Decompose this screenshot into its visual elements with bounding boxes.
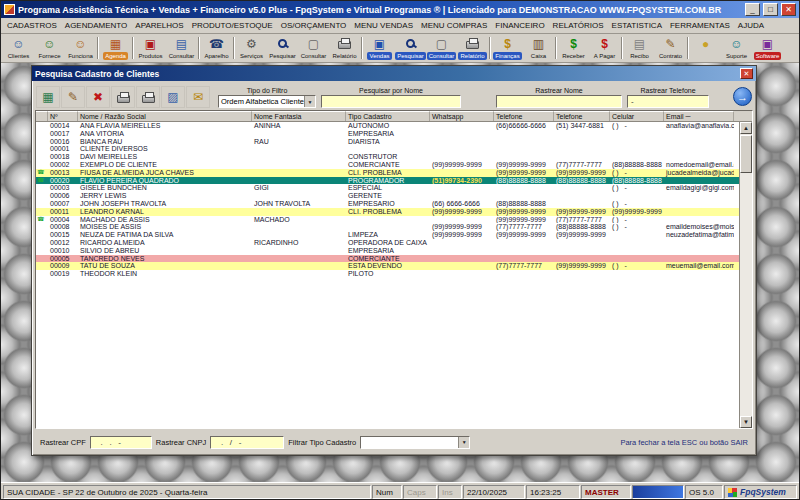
dialog-button-email[interactable]: ✉ bbox=[186, 86, 210, 108]
table-row[interactable]: 00019THEODOR KLEINPILOTO bbox=[36, 270, 739, 278]
cnpj-input[interactable]: . / - bbox=[210, 436, 284, 449]
toolbar-button-funciona[interactable]: ☺Funciona bbox=[65, 35, 96, 61]
dialog-title-bar[interactable]: Pesquisa Cadastro de Clientes ✕ bbox=[32, 66, 756, 81]
table-row[interactable]: 00001CLIENTE DIVERSOS bbox=[36, 145, 739, 153]
dialog-button-edit[interactable]: ✎ bbox=[61, 86, 85, 108]
table-row[interactable]: 00006JERRY LEWISGERENTE bbox=[36, 192, 739, 200]
toolbar-button-relatorio[interactable]: Relatório bbox=[457, 35, 488, 61]
cell: (99)99999-9999 bbox=[494, 169, 554, 177]
toolbar-button-consultar[interactable]: ▢Consultar bbox=[426, 35, 457, 61]
table-row[interactable]: 00017ANA VITÓRIAEMPRESARIA bbox=[36, 130, 739, 138]
toolbar-button-contrato[interactable]: ✎Contrato bbox=[655, 35, 686, 61]
toolbar-button-consultar[interactable]: ▤Consultar bbox=[166, 35, 197, 61]
scrollbar-thumb[interactable] bbox=[740, 135, 752, 173]
cell: (77)7777-7777 bbox=[554, 161, 610, 169]
scroll-down-icon[interactable]: ▼ bbox=[740, 416, 752, 428]
menu-item-relatorios[interactable]: RELATÓRIOS bbox=[549, 19, 608, 32]
table-row[interactable]: 00012RICARDO ALMEIDARICARDINHOOPERADORA … bbox=[36, 239, 739, 247]
table-row[interactable]: ☎00004MACHADO DE ASSISMACHADO(99)99999-9… bbox=[36, 216, 739, 224]
search-name-input[interactable] bbox=[321, 95, 461, 108]
toolbar-button-financas[interactable]: $Finanças bbox=[492, 35, 523, 61]
menu-item-produto-estoque[interactable]: PRODUTO/ESTOQUE bbox=[188, 19, 277, 32]
toolbar-button-a-pagar[interactable]: $A Pagar bbox=[589, 35, 620, 61]
dialog-button-print[interactable] bbox=[136, 86, 160, 108]
menu-item-cadastros[interactable]: CADASTROS bbox=[3, 19, 61, 32]
icon-slot: ☺ bbox=[43, 36, 55, 51]
track-name-input[interactable] bbox=[496, 95, 622, 108]
toolbar-button-agenda[interactable]: ▦Agenda bbox=[100, 35, 131, 61]
menu-item-financeiro[interactable]: FINANCEIRO bbox=[491, 19, 548, 32]
dialog-button-records-grid[interactable]: ▦ bbox=[36, 86, 60, 108]
cpf-input[interactable]: . . - bbox=[90, 436, 152, 449]
menu-item-aparelhos[interactable]: APARELHOS bbox=[131, 19, 187, 32]
toolbar-button-servicos[interactable]: ⚙Serviços bbox=[236, 35, 267, 61]
column-header-n[interactable]: Nº bbox=[48, 111, 78, 121]
dialog-button-card[interactable]: ▨ bbox=[161, 86, 185, 108]
toolbar-button-clientes[interactable]: ☺Clientes bbox=[3, 35, 34, 61]
toolbar-button-receber[interactable]: $Receber bbox=[558, 35, 589, 61]
track-phone-input[interactable]: - bbox=[627, 95, 709, 108]
table-row[interactable]: 00008MOISES DE ASSIS(99)99999-9999(77)77… bbox=[36, 223, 739, 231]
column-header-email[interactable]: Email ─ bbox=[664, 111, 734, 121]
dialog-close-button[interactable]: ✕ bbox=[740, 68, 753, 79]
menu-item-estatistica[interactable]: ESTATISTICA bbox=[608, 19, 666, 32]
cell: THEODOR KLEIN bbox=[78, 270, 252, 278]
table-row[interactable]: ☎00013FIUSA DE ALMEIDA JUCA CHAVESCLI. P… bbox=[36, 169, 739, 177]
toolbar-button-coins-icon[interactable]: ● bbox=[690, 35, 721, 61]
table-row[interactable]: 00003GISELE BUNDCHENGIGIESPECIAL( ) -ema… bbox=[36, 184, 739, 192]
scroll-up-icon[interactable]: ▲ bbox=[740, 122, 752, 134]
menu-item-agendamento[interactable]: AGENDAMENTO bbox=[61, 19, 132, 32]
toolbar-button-consultar[interactable]: ▢Consultar bbox=[298, 35, 329, 61]
toolbar-button-relatorio[interactable]: Relatório bbox=[329, 35, 360, 61]
cell: JOHN TRAVOLTA bbox=[252, 200, 346, 208]
table-row[interactable]: 00011LEANDRO KARNALCLI. PROBLEMA(99)9999… bbox=[36, 208, 739, 216]
table-row[interactable]: 00018DAVI MEIRELLESCONSTRUTOR bbox=[36, 153, 739, 161]
table-row[interactable]: 00005TANCREDO NEVESCOMERCIANTE bbox=[36, 255, 739, 263]
toolbar-button-caixa[interactable]: ▥Caixa bbox=[523, 35, 554, 61]
close-button[interactable]: ✕ bbox=[781, 3, 796, 16]
column-header-nome-razao-social[interactable]: Nome / Razão Social bbox=[78, 111, 252, 121]
column-header-nome-fantasia[interactable]: Nome Fantasia bbox=[252, 111, 346, 121]
filter-type-combo[interactable]: Ordem Alfabetica Cliente ▼ bbox=[218, 95, 316, 108]
table-row[interactable]: 00014ANA FLAVIA MEIRELLESANINHAAUTONOMO(… bbox=[36, 122, 739, 130]
table-row[interactable]: ☎00020FLAVIO PEREIRA QUADRADOPROGRAMADOR… bbox=[36, 177, 739, 185]
table-row[interactable]: 00002EXEMPLO DE CLIENTECOMERCIANTE(99)99… bbox=[36, 161, 739, 169]
menu-item-menu-compras[interactable]: MENU COMPRAS bbox=[417, 19, 491, 32]
scrollbar-track[interactable] bbox=[740, 173, 752, 416]
toolbar-button-software[interactable]: ▣Software bbox=[752, 35, 783, 61]
column-header-icon[interactable] bbox=[36, 111, 48, 121]
table-row[interactable]: 00010SILVIO DE ABREUEMPRESARIA bbox=[36, 247, 739, 255]
toolbar-button-produtos[interactable]: ▣Produtos bbox=[135, 35, 166, 61]
dialog-button-print-preview[interactable] bbox=[111, 86, 135, 108]
maximize-button[interactable]: □ bbox=[763, 3, 778, 16]
menu-item-os-orcamento[interactable]: OS/ORÇAMENTO bbox=[277, 19, 351, 32]
menu-item-ajuda[interactable]: AJUDA bbox=[734, 19, 768, 32]
toolbar-button-pesquisar[interactable]: Pesquisar bbox=[267, 35, 298, 61]
toolbar-button-vendas[interactable]: ▣Vendas bbox=[364, 35, 395, 61]
column-header-telefone[interactable]: Telefone bbox=[554, 111, 610, 121]
vertical-scrollbar[interactable]: ▲ ▼ bbox=[739, 122, 752, 428]
dialog-button-delete[interactable]: ✖ bbox=[86, 86, 110, 108]
dollar-red-icon: $ bbox=[601, 37, 608, 51]
title-bar[interactable]: Programa Assistência Técnica + Vendas + … bbox=[1, 1, 799, 18]
table-row[interactable]: 00007JOHN JOSEPH TRAVOLTAJOHN TRAVOLTAEM… bbox=[36, 200, 739, 208]
table-row[interactable]: 00009TATU DE SOUZAESTA DEVENDO(77)7777-7… bbox=[36, 262, 739, 270]
table-row[interactable]: 00016BIANCA RAURAUDIARISTA bbox=[36, 138, 739, 146]
column-header-tipo-cadastro[interactable]: Tipo Cadastro bbox=[346, 111, 430, 121]
toolbar-button-fornece[interactable]: ☺Fornece bbox=[34, 35, 65, 61]
menu-item-menu-vendas[interactable]: MENU VENDAS bbox=[350, 19, 417, 32]
menu-item-ferramentas[interactable]: FERRAMENTAS bbox=[666, 19, 734, 32]
column-header-celular[interactable]: Celular bbox=[610, 111, 664, 121]
toolbar-button-aparelho[interactable]: ☎Aparelho bbox=[201, 35, 232, 61]
column-header-telefone[interactable]: Telefone bbox=[494, 111, 554, 121]
minimize-button[interactable]: _ bbox=[745, 3, 760, 16]
table-row[interactable]: 00015NEUZA DE FATIMA DA SILVALIMPEZA(99)… bbox=[36, 231, 739, 239]
filter-type-label: Tipo do Filtro bbox=[247, 86, 288, 95]
filter-cadastro-combo[interactable]: ▼ bbox=[360, 436, 470, 449]
cell bbox=[430, 138, 494, 146]
toolbar-button-recibo[interactable]: ▤Recibo bbox=[624, 35, 655, 61]
toolbar-button-suporte[interactable]: ☺Suporte bbox=[721, 35, 752, 61]
toolbar-button-pesquisar[interactable]: Pesquisar bbox=[395, 35, 426, 61]
go-button[interactable]: → bbox=[733, 87, 752, 106]
column-header-whatsapp[interactable]: Whatsapp bbox=[430, 111, 494, 121]
